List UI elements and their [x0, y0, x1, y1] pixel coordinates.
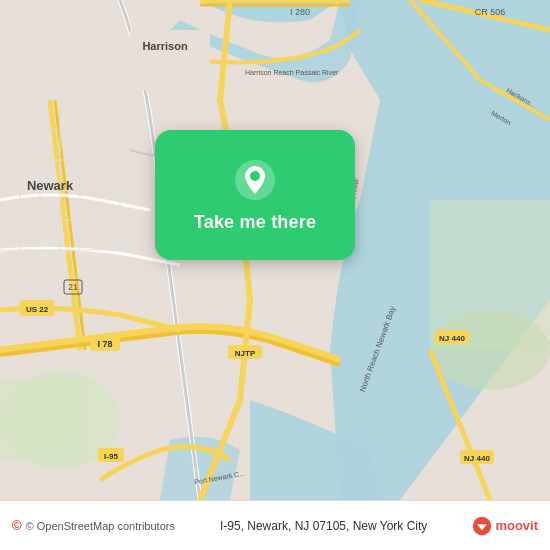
svg-text:CR 506: CR 506 — [475, 7, 506, 17]
moovit-logo: moovit — [472, 516, 538, 536]
svg-rect-26 — [130, 30, 210, 90]
map-container: I 78 US 22 NJTP I-95 NJ 440 NJ 440 — [0, 0, 550, 500]
location-title: I-95, Newark, NJ 07105, New York City — [175, 519, 472, 533]
take-me-there-label: Take me there — [194, 212, 316, 233]
svg-point-44 — [250, 171, 260, 181]
svg-text:I 280: I 280 — [290, 7, 310, 17]
bottom-bar: © © OpenStreetMap contributors I-95, New… — [0, 500, 550, 550]
svg-text:Harrison: Harrison — [142, 40, 188, 52]
svg-text:NJTP: NJTP — [235, 349, 256, 358]
svg-text:Harrison Reach Passaic River: Harrison Reach Passaic River — [245, 69, 339, 76]
svg-rect-2 — [0, 380, 90, 460]
moovit-text: moovit — [495, 518, 538, 533]
osm-attribution: © © OpenStreetMap contributors — [12, 518, 175, 533]
location-pin-icon — [233, 158, 277, 202]
svg-text:NJ 440: NJ 440 — [439, 334, 465, 343]
svg-text:21: 21 — [68, 282, 78, 292]
svg-text:I 78: I 78 — [97, 339, 112, 349]
svg-text:US 22: US 22 — [26, 305, 49, 314]
svg-point-4 — [430, 310, 550, 390]
svg-text:I-95: I-95 — [104, 452, 118, 461]
svg-text:Newark: Newark — [27, 178, 74, 193]
svg-text:NJ 440: NJ 440 — [464, 454, 490, 463]
copyright-icon: © — [12, 518, 22, 533]
osm-text: © OpenStreetMap contributors — [26, 520, 175, 532]
take-me-there-button[interactable]: Take me there — [155, 130, 355, 260]
moovit-logo-icon — [472, 516, 492, 536]
